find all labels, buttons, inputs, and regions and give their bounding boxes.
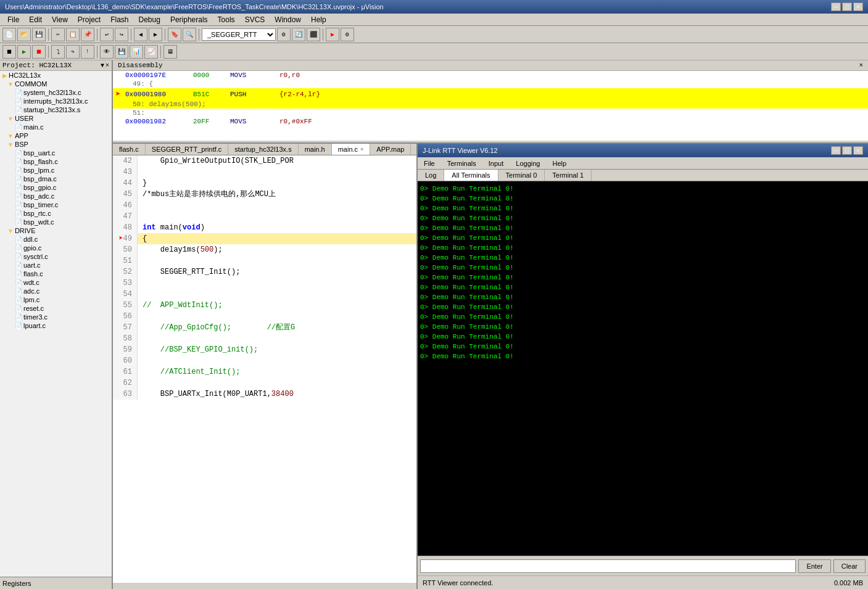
menu-item-debug[interactable]: Debug [134, 14, 165, 25]
tab-close-icon[interactable]: × [360, 146, 363, 152]
tree-file-bsp_gpio_c[interactable]: 📄bsp_gpio.c [0, 183, 112, 192]
tree-file-main_c[interactable]: 📄main.c [0, 123, 112, 131]
rtt-minimize-button[interactable]: ─ [831, 146, 841, 155]
redo-button[interactable]: ↪ [115, 28, 128, 41]
watch-button[interactable]: 👁 [100, 45, 114, 59]
menu-item-svcs[interactable]: SVCS [240, 14, 270, 25]
tree-file-reset_c[interactable]: 📄reset.c [0, 304, 112, 313]
close-panel-icon[interactable]: × [105, 62, 109, 69]
line-content-48[interactable]: int main(void) [138, 222, 416, 233]
settings-button[interactable]: ⚙ [341, 28, 354, 41]
perf-button[interactable]: 📊 [130, 45, 143, 59]
stop-button[interactable]: ⬛ [307, 28, 320, 41]
tab-APP-map[interactable]: APP.map [370, 144, 411, 155]
tab-SEGGER-RTT-printf-c[interactable]: SEGGER_RTT_printf.c [146, 144, 229, 155]
back-button[interactable]: ◀ [134, 28, 147, 41]
tree-file-lpm_c[interactable]: 📄lpm.c [0, 295, 112, 304]
rtt-menu-terminals[interactable]: Terminals [444, 159, 480, 168]
line-content-60[interactable] [138, 355, 416, 366]
tree-file-wdt_c[interactable]: 📄wdt.c [0, 278, 112, 287]
run-button[interactable]: ▶ [17, 45, 31, 59]
tree-file-interrupts_hc32l13x_c[interactable]: 📄interrupts_hc32l13x.c [0, 97, 112, 105]
minimize-button[interactable]: ─ [831, 2, 841, 11]
stop-debug-button[interactable]: ⏹ [32, 45, 46, 59]
menu-item-flash[interactable]: Flash [105, 14, 133, 25]
tree-group-app[interactable]: ▼APP [0, 131, 112, 140]
tree-file-lpuart_c[interactable]: 📄lpuart.c [0, 321, 112, 330]
line-content-49[interactable]: { [138, 233, 416, 244]
menu-item-tools[interactable]: Tools [213, 14, 240, 25]
rtt-menu-input[interactable]: Input [485, 159, 507, 168]
rtt-menu-help[interactable]: Help [548, 159, 570, 168]
tree-file-timer3_c[interactable]: 📄timer3.c [0, 313, 112, 321]
line-content-44[interactable]: } [138, 178, 416, 189]
menu-item-peripherals[interactable]: Peripherals [165, 14, 213, 25]
menu-item-help[interactable]: Help [306, 14, 331, 25]
code-scrollbar-h[interactable] [113, 583, 416, 589]
tree-file-adc_c[interactable]: 📄adc.c [0, 287, 112, 295]
paste-button[interactable]: 📌 [81, 28, 94, 41]
step-out-button[interactable]: ↑ [81, 45, 94, 59]
new-file-button[interactable]: 📄 [2, 28, 16, 41]
tab-main-h[interactable]: main.h [299, 144, 332, 155]
tab-SEGGER-RTT-c[interactable]: SEGGER_RTT.c [411, 144, 416, 155]
line-content-50[interactable]: delay1ms(500); [138, 244, 416, 255]
line-content-45[interactable]: /*mbus主站是非持续供电的,那么MCU上 [138, 189, 416, 200]
line-content-54[interactable] [138, 289, 416, 300]
expand-icon[interactable]: ▼ [101, 62, 104, 69]
tree-file-bsp_lpm_c[interactable]: 📄bsp_lpm.c [0, 166, 112, 175]
line-content-63[interactable]: BSP_UARTx_Init(M0P_UART1,38400 [138, 389, 416, 400]
tree-group-bsp[interactable]: ▼BSP [0, 140, 112, 149]
tree-file-system_hc32l13x_c[interactable]: 📄system_hc32l13x.c [0, 88, 112, 97]
line-content-52[interactable]: SEGGER_RTT_Init(); [138, 266, 416, 278]
tree-file-bsp_flash_c[interactable]: 📄bsp_flash.c [0, 157, 112, 166]
line-content-47[interactable] [138, 211, 416, 222]
tree-file-sysctrl_c[interactable]: 📄sysctrl.c [0, 252, 112, 261]
line-content-55[interactable]: // APP_WdtInit(); [138, 300, 416, 311]
tree-file-bsp_wdt_c[interactable]: 📄bsp_wdt.c [0, 218, 112, 226]
line-content-59[interactable]: //BSP_KEY_GPIO_init(); [138, 344, 416, 355]
cut-button[interactable]: ✂ [51, 28, 65, 41]
rtt-clear-button[interactable]: Clear [833, 559, 866, 573]
tree-file-startup_hc32l13x_s[interactable]: 📄startup_hc32l13x.s [0, 105, 112, 114]
tree-file-flash_c[interactable]: 📄flash.c [0, 270, 112, 278]
logic-button[interactable]: 📈 [144, 45, 158, 59]
forward-button[interactable]: ▶ [149, 28, 162, 41]
menu-item-file[interactable]: File [2, 14, 24, 25]
menu-item-edit[interactable]: Edit [24, 14, 47, 25]
tree-file-bsp_uart_c[interactable]: 📄bsp_uart.c [0, 149, 112, 157]
undo-button[interactable]: ↩ [100, 28, 114, 41]
menu-item-project[interactable]: Project [73, 14, 105, 25]
rtt-close-button[interactable]: × [853, 146, 863, 155]
disassembly-close[interactable]: × [859, 62, 863, 69]
tab-startup-hc32l13x-s[interactable]: startup_hc32l13x.s [228, 144, 298, 155]
tree-root[interactable]: ▶HC32L13x [0, 71, 112, 80]
tree-file-gpio_c[interactable]: 📄gpio.c [0, 244, 112, 252]
line-content-58[interactable] [138, 333, 416, 344]
line-content-56[interactable] [138, 311, 416, 322]
line-content-61[interactable]: //ATClient_Init(); [138, 366, 416, 377]
line-content-43[interactable] [138, 167, 416, 178]
tree-file-bsp_timer_c[interactable]: 📄bsp_timer.c [0, 200, 112, 209]
line-content-51[interactable] [138, 255, 416, 266]
save-button[interactable]: 💾 [32, 28, 46, 41]
reset-button[interactable]: ⏹ [2, 45, 16, 59]
tree-group-drive[interactable]: ▼DRIVE [0, 226, 112, 235]
rtt-input-field[interactable] [420, 559, 796, 573]
registers-tab[interactable]: Registers [2, 580, 31, 587]
rtt-enter-button[interactable]: Enter [798, 559, 830, 573]
tree-file-bsp_adc_c[interactable]: 📄bsp_adc.c [0, 192, 112, 200]
system-viewer-button[interactable]: 🖥 [163, 45, 177, 59]
menu-item-window[interactable]: Window [270, 14, 306, 25]
rtt-menu-file[interactable]: File [420, 159, 439, 168]
close-button[interactable]: × [853, 2, 863, 11]
line-content-46[interactable] [138, 200, 416, 211]
find-button[interactable]: 🔍 [183, 28, 196, 41]
tree-group-commom[interactable]: ▼COMMOM [0, 80, 112, 88]
bookmark-button[interactable]: 🔖 [168, 28, 181, 41]
build-button[interactable]: ⚙ [277, 28, 291, 41]
line-content-57[interactable]: //App_GpioCfg(); //配置G [138, 322, 416, 333]
tab-main-c[interactable]: main.c× [332, 144, 371, 155]
step-in-button[interactable]: ⤵ [51, 45, 65, 59]
debug-button[interactable]: ▶ [326, 28, 339, 41]
